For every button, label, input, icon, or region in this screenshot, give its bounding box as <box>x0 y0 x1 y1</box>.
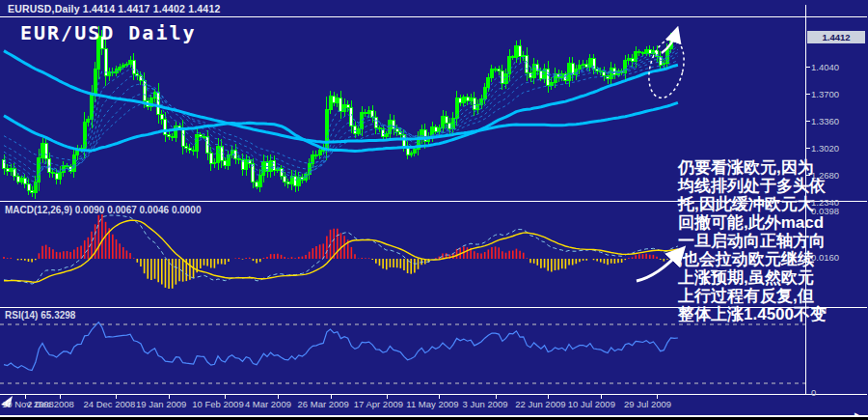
time-axis-label: 29 Jul 2009 <box>624 399 671 409</box>
annotation-line: 仍要看涨欧元,因为 <box>678 158 868 177</box>
price-axis-label: 1.3020 <box>811 143 865 154</box>
annotation-line: 回撤可能,此外macd <box>678 213 868 232</box>
time-axis-label: 3 Jun 2009 <box>463 399 508 409</box>
rsi-pane-label: RSI(14) 65.3298 <box>5 310 75 321</box>
annotation-line: 一旦启动向正轴方向 <box>678 232 868 250</box>
bottom-scroll-strip[interactable] <box>0 415 868 420</box>
time-axis-label: 10 Jul 2009 <box>568 399 615 409</box>
mt4-chart-window: EURUSD,Daily 1.4414 1.4417 1.4402 1.4412… <box>0 0 868 420</box>
macd-indicator-series <box>4 214 678 289</box>
price-axis-label: 1.3360 <box>811 116 865 126</box>
annotation-text-block: 仍要看涨欧元,因为均线排列处于多头依托,因此缓冲欧元大回撤可能,此外macd一旦… <box>678 158 868 323</box>
drawn-annotations <box>1 33 690 407</box>
candlestick-series <box>3 26 680 199</box>
time-axis-label: 17 Apr 2009 <box>354 399 403 409</box>
rsi-scale-label: 0 <box>811 387 865 398</box>
quote-bar: EURUSD,Daily 1.4414 1.4417 1.4402 1.4412 <box>8 3 220 14</box>
time-axis-label: 22 Jun 2009 <box>515 399 565 409</box>
time-axis-label: 11 May 2009 <box>406 399 458 409</box>
annotation-line: 上涨预期,虽然欧元 <box>678 268 868 287</box>
chart-title-watermark: EUR/USD Daily <box>20 21 197 44</box>
price-axis-label: 1.3700 <box>811 89 865 99</box>
current-price-tag: 1.4412 <box>807 31 865 43</box>
rsi-indicator-series <box>0 322 805 383</box>
annotation-line: 托,因此缓冲欧元大 <box>678 195 868 213</box>
time-axis-label: 26 Mar 2009 <box>298 399 349 409</box>
annotation-line: 上行过程有反复,但 <box>678 287 868 305</box>
time-axis-label: 24 Dec 2008 <box>83 399 135 409</box>
scroll-end-chevron[interactable]: ▸ <box>854 410 859 419</box>
price-axis-label: 1.4040 <box>811 62 865 72</box>
macd-pane-label: MACD(12,26,9) 0.0090 0.0067 0.0046 0.000… <box>5 205 201 215</box>
annotation-line: 均线排列处于多头依 <box>678 177 868 195</box>
annotation-line: 整体上涨1.4500不变 <box>678 305 868 323</box>
time-axis-label: 10 Feb 2009 <box>192 399 243 409</box>
time-axis-label: 19 Jan 2009 <box>136 399 186 409</box>
time-axis-label: 4 Mar 2009 <box>245 399 291 409</box>
annotation-line: ,也会拉动欧元继续 <box>678 250 868 268</box>
time-axis-label: 2 Dec 2008 <box>27 399 74 409</box>
